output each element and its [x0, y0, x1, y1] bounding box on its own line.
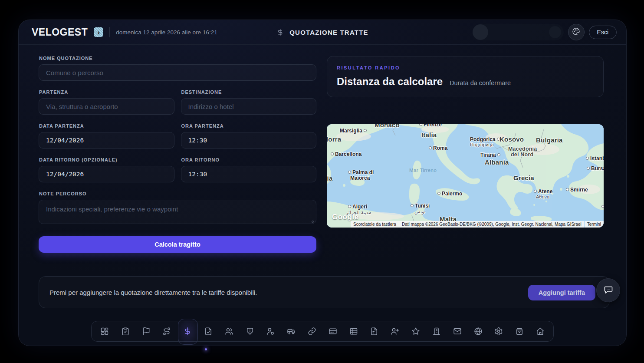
map-label: Albania	[485, 158, 509, 166]
link-icon	[308, 327, 316, 336]
map-label: Bulgaria	[536, 136, 563, 144]
map-label: Italia	[421, 131, 437, 139]
header-datetime: domenica 12 aprile 2026 alle ore 16:21	[116, 29, 217, 36]
aggiungi-tariffa-button[interactable]: Aggiungi tariffa	[528, 285, 595, 300]
partenza-input[interactable]	[39, 98, 174, 115]
terms-link[interactable]: Termini	[585, 221, 604, 228]
map-label: Podgorica	[470, 136, 501, 142]
toolbar-item-buses[interactable]	[281, 321, 302, 342]
package-icon	[515, 327, 524, 336]
star-icon	[411, 327, 420, 336]
destinazione-label: DESTINAZIONE	[181, 89, 317, 95]
map-label: Palma di	[347, 169, 374, 175]
map-label: Tirana	[480, 152, 502, 158]
map-label: تونس	[414, 209, 426, 214]
keyboard-shortcuts-link[interactable]: Scorciatoie da tastiera	[351, 221, 399, 228]
map-label: Grecia	[513, 174, 534, 182]
destinazione-input[interactable]	[181, 98, 317, 115]
toolbar-item-user-plus[interactable]	[384, 321, 405, 342]
nome-quotazione-input[interactable]	[39, 64, 316, 81]
user-status-icon	[266, 327, 275, 336]
ora-partenza-input[interactable]	[181, 132, 317, 148]
brand-badge-icon: ›	[94, 27, 103, 37]
credit-card-icon	[329, 327, 337, 336]
map-label: Αθήνα	[536, 194, 549, 199]
toolbar-item-credit-card[interactable]	[322, 321, 343, 342]
home-icon	[536, 327, 545, 336]
globe-icon	[474, 327, 483, 336]
chat-button[interactable]	[596, 278, 620, 302]
map-label: Algeri	[347, 204, 367, 210]
app-window: VELOGEST › domenica 12 aprile 2026 alle …	[18, 20, 627, 346]
toolbar-item-file-text[interactable]	[364, 321, 385, 342]
toolbar-item-globe[interactable]	[468, 321, 489, 342]
toolbar-item-dollar[interactable]	[177, 321, 198, 342]
map-data-attribution: Dati mappa ©2026 GeoBasis-DE/BKG (©2009)…	[399, 221, 584, 228]
map-label: Kosovo	[499, 135, 524, 143]
toolbar-item-clipboard-check[interactable]	[115, 321, 136, 342]
toolbar-item-dashboard[interactable]	[94, 321, 115, 342]
toolbar-item-mail[interactable]	[447, 321, 468, 342]
ora-partenza-label: ORA PARTENZA	[181, 123, 317, 129]
map-label: Roma	[427, 145, 447, 151]
toolbar-item-star[interactable]	[405, 321, 426, 342]
calcola-tragitto-button[interactable]: Calcola tragitto	[39, 236, 316, 253]
user-plus-icon	[391, 327, 399, 336]
result-duration: Durata da confermare	[450, 79, 511, 86]
theme-palette-button[interactable]	[568, 24, 585, 40]
clipboard-check-icon	[121, 327, 130, 336]
toolbar-item-file-check[interactable]	[198, 321, 219, 342]
toolbar-item-user-status[interactable]	[260, 321, 281, 342]
bottom-toolbar	[91, 321, 554, 342]
map[interactable]: MonacoFirenzeMarsigliadorraItaliaRomaBar…	[327, 124, 604, 228]
avatar	[473, 24, 488, 40]
toolbar-item-home[interactable]	[530, 321, 551, 342]
ora-ritorno-label: ORA RITORNO	[181, 157, 317, 162]
page-title: QUOTAZIONE TRATTE	[289, 29, 368, 36]
toolbar-item-route[interactable]	[156, 321, 177, 342]
map-label: Maiorca	[350, 175, 370, 181]
map-label: Mar Tirreno	[409, 168, 437, 173]
quotation-form: NOME QUOTAZIONE PARTENZA DESTINAZIONE DA…	[39, 56, 316, 253]
toolbar-item-shield-info[interactable]	[240, 321, 260, 342]
map-label: A	[600, 204, 604, 210]
toolbar-item-settings[interactable]	[488, 321, 509, 342]
dollar-icon	[183, 327, 192, 336]
ora-ritorno-input[interactable]	[181, 166, 317, 182]
brand-logo: VELOGEST	[32, 26, 88, 38]
chat-bubble-icon	[603, 284, 614, 296]
toolbar-item-flag[interactable]	[136, 321, 157, 342]
toolbar-item-package[interactable]	[509, 321, 530, 342]
logout-button[interactable]: Esci	[589, 26, 617, 39]
mail-icon	[453, 327, 462, 336]
map-label: Barcellona	[329, 151, 361, 157]
file-text-icon	[370, 327, 378, 336]
map-label: Bursa	[585, 165, 604, 172]
data-ritorno-label: DATA RITORNO (OPZIONALE)	[39, 157, 174, 162]
app-header: VELOGEST › domenica 12 aprile 2026 alle …	[19, 20, 626, 45]
data-partenza-label: DATA PARTENZA	[39, 123, 174, 129]
result-eyebrow: RISULTATO RAPIDO	[337, 65, 594, 70]
user-pill[interactable]	[473, 24, 564, 40]
note-percorso-textarea[interactable]	[39, 200, 316, 224]
flag-icon	[142, 327, 151, 336]
note-percorso-label: NOTE PERCORSO	[39, 191, 316, 196]
toolbar-item-users[interactable]	[219, 321, 240, 342]
toolbar-item-table[interactable]	[343, 321, 364, 342]
map-label: Tunisi	[409, 203, 430, 209]
settings-icon	[494, 327, 503, 336]
file-check-icon	[204, 327, 213, 336]
toolbar-item-building[interactable]	[426, 321, 447, 342]
map-label: dorra	[327, 135, 341, 143]
users-icon	[225, 327, 233, 336]
map-label: Marsiglia	[340, 128, 368, 134]
dollar-icon	[276, 29, 284, 36]
active-tab-dot	[205, 348, 207, 350]
map-label: Подгорица	[470, 142, 494, 147]
toolbar-item-link[interactable]	[302, 321, 322, 342]
data-partenza-input[interactable]	[39, 132, 174, 148]
data-ritorno-input[interactable]	[39, 166, 174, 182]
map-label: Smirne	[565, 187, 588, 193]
quick-result-card: RISULTATO RAPIDO Distanza da calcolare D…	[327, 56, 604, 97]
google-logo: Google	[332, 213, 359, 221]
